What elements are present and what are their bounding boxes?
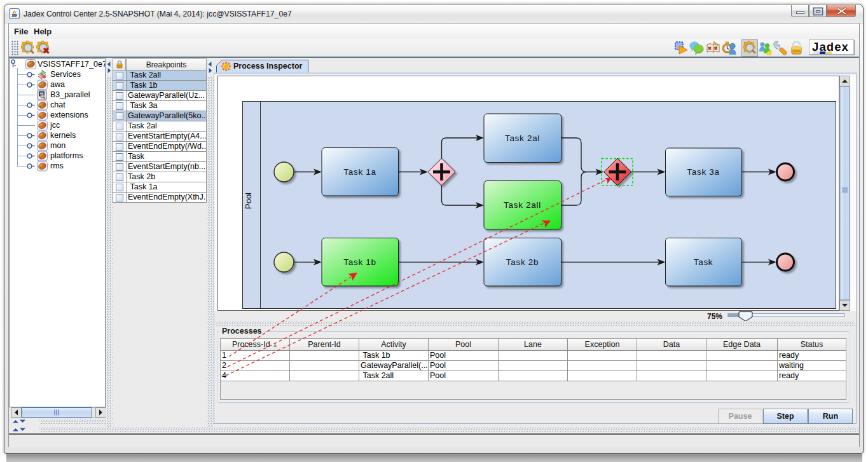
svg-text:Task: Task xyxy=(694,257,713,267)
svg-text:Task 1b: Task 1b xyxy=(343,257,376,267)
svg-text:Task 2all: Task 2all xyxy=(504,200,541,210)
svg-text:Task 3a: Task 3a xyxy=(687,167,719,177)
svg-text:Pool: Pool xyxy=(244,193,253,209)
svg-text:Task 2al: Task 2al xyxy=(505,133,540,143)
svg-text:Task 1a: Task 1a xyxy=(343,167,376,177)
svg-text:Task 2b: Task 2b xyxy=(506,257,539,267)
